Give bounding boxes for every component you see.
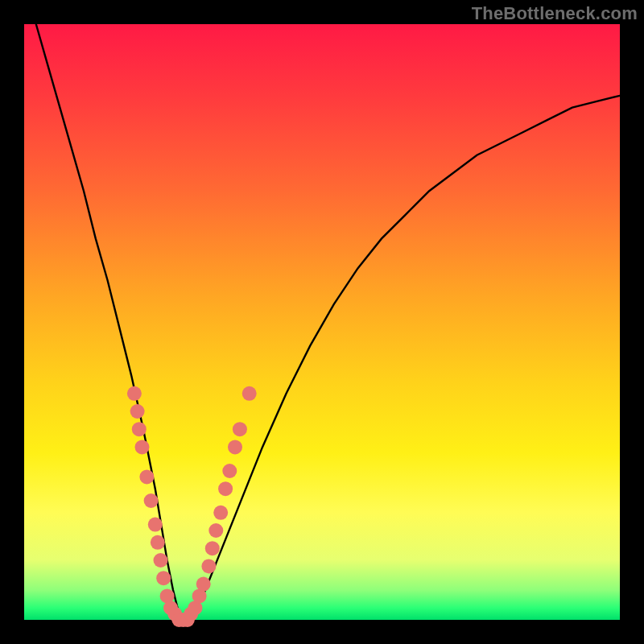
- watermark-text: TheBottleneck.com: [472, 3, 638, 24]
- data-marker: [222, 464, 237, 478]
- data-marker: [228, 440, 242, 454]
- chart-overlay: [24, 24, 620, 620]
- data-marker: [144, 493, 159, 508]
- chart-stage: TheBottleneck.com: [0, 0, 644, 644]
- data-marker: [196, 577, 211, 592]
- data-marker: [151, 535, 165, 550]
- data-markers: [127, 386, 257, 627]
- data-marker: [156, 571, 171, 585]
- data-marker: [201, 559, 216, 573]
- data-marker: [135, 440, 150, 454]
- bottleneck-curve: [36, 24, 620, 620]
- data-marker: [139, 469, 154, 484]
- data-marker: [218, 481, 233, 496]
- data-marker: [205, 541, 220, 555]
- data-marker: [208, 523, 223, 538]
- data-marker: [154, 553, 168, 568]
- data-marker: [130, 404, 145, 419]
- data-marker: [132, 422, 147, 436]
- data-marker: [127, 386, 142, 401]
- data-marker: [148, 518, 163, 532]
- data-marker: [233, 422, 247, 436]
- data-marker: [242, 386, 257, 401]
- data-marker: [213, 506, 228, 520]
